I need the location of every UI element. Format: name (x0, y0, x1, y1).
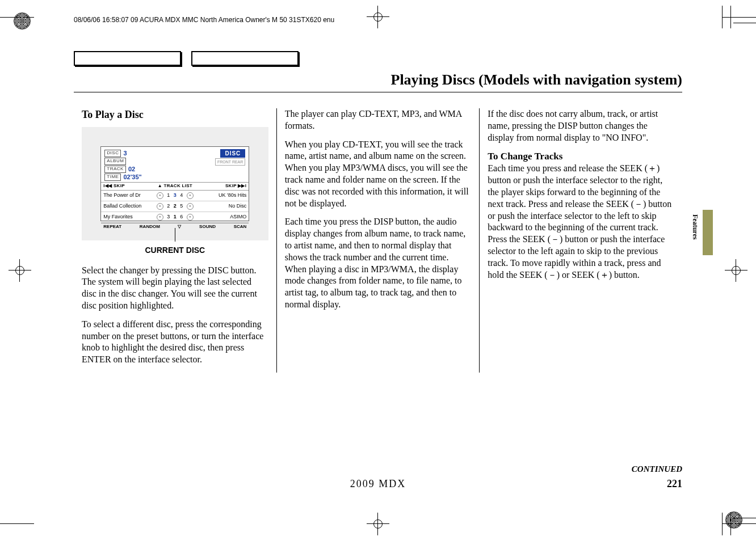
crop-mark (0, 523, 34, 524)
track-value: 02 (128, 165, 135, 173)
audio-footer-label: REPEAT (103, 224, 121, 230)
audio-footer-label: SOUND (199, 224, 216, 230)
audio-footer-label: RANDOM (140, 224, 160, 230)
crop-mark (722, 17, 756, 18)
body-text: To select a different disc, press the co… (82, 319, 268, 366)
section-label: Features (691, 214, 699, 239)
section-heading: To Change Tracks (488, 150, 674, 163)
audio-footer-label: ▽ (178, 224, 181, 230)
page-title: Playing Discs (Models with navigation sy… (74, 71, 682, 88)
body-text: Select the changer by pressing the DISC … (82, 265, 268, 312)
body-text: Each time you press the DISP button, the… (285, 216, 472, 310)
crosshair-icon (372, 518, 384, 530)
disc-list-row: My Favorites●316●ASIMO (101, 212, 249, 223)
continued-label: CONTINUED (632, 464, 682, 474)
skip-back-label: I◀◀ SKIP (103, 183, 125, 189)
figure-caption: CURRENT DISC (82, 245, 268, 255)
front-rear-badge: FRONT REAR (215, 158, 245, 166)
disc-list-row: The Power of Dr●134●UK '80s Hits (101, 191, 249, 201)
crosshair-icon (14, 265, 26, 276)
time-tag: TIME (104, 174, 121, 180)
body-text: If the disc does not carry album, track,… (488, 108, 674, 143)
body-text: When you play CD-TEXT, you will see the … (285, 139, 472, 210)
body-text: Each time you press and release the SEEK… (488, 163, 674, 281)
page-number: 221 (667, 478, 682, 490)
crosshair-icon (372, 11, 384, 23)
audio-screen: DISC FRONT REAR DISC 3 ALBUM TRACK 02 TI… (100, 146, 249, 221)
placeholder-box (74, 51, 181, 66)
audio-display-figure: DISC FRONT REAR DISC 3 ALBUM TRACK 02 TI… (82, 127, 268, 240)
track-tag: TRACK (104, 166, 126, 172)
audio-footer-label: SCAN (234, 224, 247, 230)
print-header: 08/06/06 16:58:07 09 ACURA MDX MMC North… (74, 16, 334, 24)
footer-model: 2009 MDX (350, 478, 406, 490)
title-rule (74, 92, 682, 92)
album-tag: ALBUM (104, 158, 126, 164)
disc-list-row: Ballad Collection●225●No Disc (101, 201, 249, 212)
section-tab (703, 210, 713, 255)
registration-mark-icon (725, 512, 742, 529)
section-heading: To Play a Disc (82, 108, 268, 121)
time-value: 02'35" (123, 173, 141, 181)
tracklist-label: ▲ TRACK LIST (158, 183, 192, 189)
disc-value: 3 (123, 149, 127, 157)
placeholder-box (191, 51, 299, 66)
disc-badge: DISC (220, 149, 245, 158)
registration-mark-icon (14, 12, 31, 29)
disc-tag: DISC (104, 150, 121, 157)
callout-line (175, 228, 175, 242)
body-text: The player can play CD-TEXT, MP3, and WM… (285, 108, 472, 132)
skip-fwd-label: SKIP ▶▶I (225, 183, 246, 189)
crosshair-icon (730, 265, 742, 276)
